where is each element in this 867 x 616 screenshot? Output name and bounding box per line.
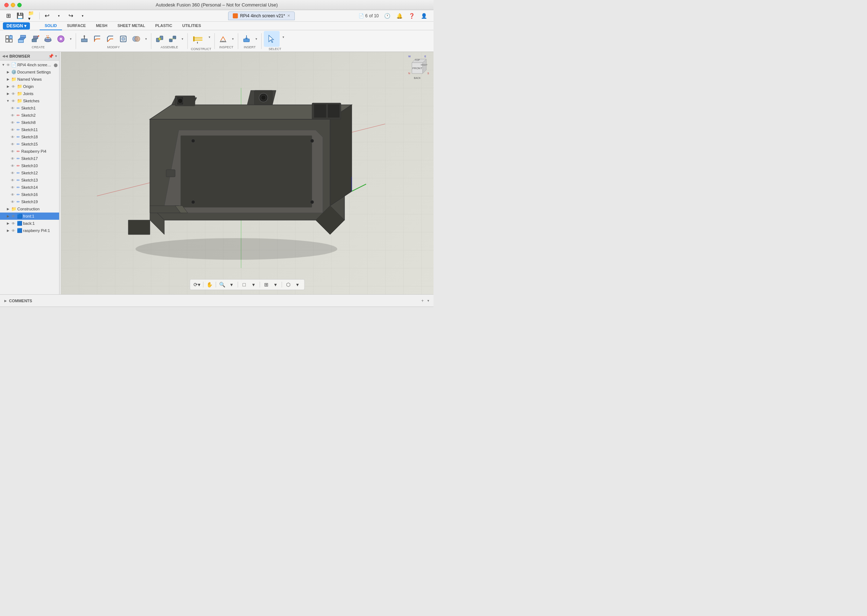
eye-sketch8[interactable]: 👁	[10, 120, 15, 125]
eye-sketch2[interactable]: 👁	[10, 113, 15, 118]
tree-item-front1[interactable]: ▶ 👁 🟦 front:1	[0, 212, 59, 220]
eye-root[interactable]: 👁	[6, 62, 11, 68]
combine-button[interactable]	[130, 33, 142, 45]
zoom-button[interactable]: 🔍	[219, 281, 226, 289]
eye-sketch18[interactable]: 👁	[10, 134, 15, 140]
tab-solid[interactable]: SOLID	[39, 22, 62, 30]
eye-sketch13[interactable]: 👁	[10, 178, 15, 183]
eye-sketch10[interactable]: 👁	[10, 163, 15, 168]
assemble-dropdown[interactable]: ▾	[179, 33, 185, 45]
tab-close-icon[interactable]: ✕	[287, 14, 290, 18]
design-menu[interactable]: DESIGN ▾	[3, 22, 30, 30]
new-component-button[interactable]	[3, 33, 15, 45]
tree-item-raspberry-pi4[interactable]: 👁 ✏ Raspberry Pi4	[0, 148, 59, 155]
tab-sheet-metal[interactable]: SHEET METAL	[112, 22, 150, 30]
render-dropdown[interactable]: ▾	[294, 281, 302, 289]
measure-button[interactable]	[217, 33, 229, 45]
tree-item-sketch18[interactable]: 👁 ✏ Sketch18	[0, 133, 59, 140]
eye-sketch16[interactable]: 👁	[10, 192, 15, 197]
eye-origin[interactable]: 👁	[11, 84, 16, 89]
eye-sketch14[interactable]: 👁	[10, 185, 15, 190]
tree-item-construction[interactable]: ▶ 📁 Construction	[0, 205, 59, 212]
collapse-browser-button[interactable]: ◀◀	[2, 54, 8, 58]
tree-item-doc-settings[interactable]: ▶ ⚙️ Document Settings	[0, 68, 59, 75]
account-button[interactable]: 👤	[420, 12, 428, 20]
revolve-button[interactable]	[42, 33, 54, 45]
viewport[interactable]: FRONT RIGHT TOP S N W E BACK ⟳▾ ✋ 🔍 ▾	[61, 52, 433, 294]
tree-item-sketch15[interactable]: 👁 ✏ Sketch15	[0, 140, 59, 148]
tab-surface[interactable]: SURFACE	[62, 22, 91, 30]
browser-menu-button[interactable]: ▾	[55, 54, 57, 58]
save-button[interactable]: 💾	[15, 11, 25, 20]
tree-item-sketch19[interactable]: 👁 ✏ Sketch19	[0, 198, 59, 205]
fillet-button[interactable]	[91, 33, 104, 45]
grid-dropdown[interactable]: ▾	[272, 281, 280, 289]
display-dropdown[interactable]: ▾	[250, 281, 258, 289]
render-mode-button[interactable]: ⬡	[284, 281, 292, 289]
display-mode-button[interactable]: □	[240, 281, 248, 289]
shell-button[interactable]	[55, 33, 67, 45]
history-button[interactable]: 🕐	[383, 12, 391, 20]
eye-sketch11[interactable]: 👁	[10, 127, 15, 132]
create-dropdown[interactable]: ▾	[68, 33, 74, 45]
viewcube[interactable]: FRONT RIGHT TOP S N W E BACK	[405, 55, 430, 81]
grid-button[interactable]: ⊞	[262, 281, 270, 289]
select-dropdown[interactable]: ▾	[280, 31, 286, 43]
eye-joints[interactable]: 👁	[11, 91, 16, 96]
tree-item-sketch14[interactable]: 👁 ✏ Sketch14	[0, 184, 59, 191]
tree-item-back1[interactable]: ▶ 👁 🟦 back:1	[0, 220, 59, 227]
eye-raspberrypi41[interactable]: 👁	[11, 228, 16, 233]
eye-sketch15[interactable]: 👁	[10, 141, 15, 147]
eye-sketch12[interactable]: 👁	[10, 170, 15, 176]
tab-utilities[interactable]: UTILITIES	[177, 22, 206, 30]
undo-dropdown[interactable]: ▾	[53, 11, 64, 20]
minimize-button[interactable]	[11, 3, 15, 7]
tree-item-joints[interactable]: ▶ 👁 📁 Joints	[0, 90, 59, 97]
tree-item-raspberrypi41[interactable]: ▶ 👁 🟦 raspberry Pi4:1	[0, 227, 59, 234]
eye-sketch19[interactable]: 👁	[10, 199, 15, 204]
expand-comments-button[interactable]: ▶	[4, 299, 7, 303]
orbit-menu-button[interactable]: ⟳▾	[193, 281, 201, 289]
browser-pin-button[interactable]: 📌	[48, 54, 54, 59]
tree-item-sketch8[interactable]: 👁 ✏ Sketch8	[0, 119, 59, 126]
eye-sketches[interactable]: 👁	[11, 98, 16, 104]
insert-button[interactable]	[240, 33, 253, 45]
eye-raspberry-pi4[interactable]: 👁	[10, 149, 15, 154]
extrude-button[interactable]	[29, 33, 41, 45]
tab-mesh[interactable]: MESH	[91, 22, 112, 30]
grid-button[interactable]: ⊞	[3, 11, 14, 20]
open-button[interactable]: 📁▾	[27, 11, 38, 20]
eye-back1[interactable]: 👁	[11, 221, 16, 226]
tree-item-named-views[interactable]: ▶ 📁 Named Views	[0, 75, 59, 83]
redo-dropdown[interactable]: ▾	[77, 11, 88, 20]
tree-item-sketch1[interactable]: 👁 ✏ Sketch1	[0, 104, 59, 112]
document-tab[interactable]: RPi4 4inch screen v21* ✕	[228, 11, 295, 20]
create-sketch-button[interactable]	[16, 33, 28, 45]
tree-item-origin[interactable]: ▶ 👁 📁 Origin	[0, 83, 59, 90]
joint-button[interactable]	[154, 33, 166, 45]
eye-front1[interactable]: 👁	[11, 214, 16, 218]
tab-plastic[interactable]: PLASTIC	[150, 22, 177, 30]
tree-item-sketch17[interactable]: 👁 ✏ Sketch17	[0, 155, 59, 162]
close-button[interactable]	[4, 3, 9, 7]
fullscreen-button[interactable]	[17, 3, 22, 7]
redo-button[interactable]: ↪	[65, 11, 76, 20]
press-pull-button[interactable]	[78, 33, 90, 45]
chamfer-button[interactable]	[104, 33, 116, 45]
insert-dropdown[interactable]: ▾	[253, 33, 259, 45]
undo-button[interactable]: ↩	[41, 11, 52, 20]
notification-button[interactable]: 🔔	[395, 12, 403, 20]
design-button[interactable]: DESIGN ▾	[3, 22, 30, 30]
zoom-dropdown[interactable]: ▾	[228, 281, 236, 289]
tree-item-sketches[interactable]: ▼ 👁 📁 Sketches	[0, 97, 59, 104]
help-button[interactable]: ❓	[408, 12, 415, 20]
tree-item-sketch11[interactable]: 👁 ✏ Sketch11	[0, 126, 59, 133]
tree-item-sketch12[interactable]: 👁 ✏ Sketch12	[0, 169, 59, 176]
tree-item-sketch13[interactable]: 👁 ✏ Sketch13	[0, 176, 59, 184]
tree-item-sketch10[interactable]: 👁 ✏ Sketch10	[0, 162, 59, 169]
comments-collapse-button[interactable]: ▾	[427, 299, 429, 303]
select-button[interactable]	[264, 31, 280, 47]
tree-item-root[interactable]: ▼ 👁 📄 RPi4 4inch screen v21 ⬤	[0, 61, 59, 68]
pan-button[interactable]: ✋	[206, 281, 214, 289]
tree-item-sketch16[interactable]: 👁 ✏ Sketch16	[0, 191, 59, 198]
